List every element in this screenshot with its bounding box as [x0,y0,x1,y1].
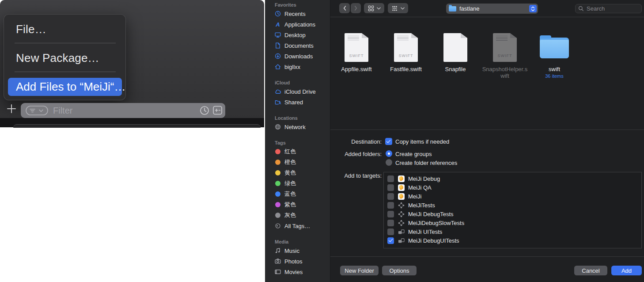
target-row[interactable]: MeiJi DebugUITests [384,236,641,245]
sidebar-item-tag-yellow[interactable]: 黄色 [265,168,330,178]
clock-icon [274,10,281,17]
sidebar-section-media: Media [265,238,330,245]
search-field[interactable] [575,4,642,13]
sidebar-item-tag-green[interactable]: 绿色 [265,178,330,189]
sidebar-item-tag-blue[interactable]: 蓝色 [265,189,330,199]
create-groups-radio[interactable] [386,150,392,157]
target-checkbox[interactable] [387,237,394,244]
tag-dot-orange-icon [274,159,281,166]
filter-icon[interactable] [26,106,48,115]
target-row[interactable]: MeiJi UITests [384,227,641,236]
swift-file-icon: SWIFT [493,33,517,62]
sidebar-item-downloads[interactable]: Downloads [265,51,330,61]
current-folder-label: fastlane [459,5,529,12]
target-name: MeiJi DebugTests [408,211,454,217]
sidebar-item-documents[interactable]: Documents [265,40,330,51]
menu-item-file[interactable]: File… [16,23,46,36]
group-view-button[interactable] [388,3,408,13]
target-checkbox[interactable] [387,220,394,226]
sidebar-item-tag-orange[interactable]: 橙色 [265,157,330,168]
finder-sidebar: Favorites Recents A Applications Desktop [265,0,330,282]
target-checkbox[interactable] [387,184,394,191]
target-checkbox[interactable] [387,175,394,182]
sidebar-item-icloud-drive[interactable]: iCloud Drive [265,86,330,97]
sidebar-item-desktop[interactable]: Desktop [265,30,330,40]
chevron-left-icon [343,5,347,11]
sidebar-item-network[interactable]: Network [265,122,330,132]
clock-icon [200,106,209,115]
app-target-icon [398,193,405,200]
chevron-down-icon [377,7,381,10]
target-checkbox[interactable] [387,229,394,235]
target-row[interactable]: MeiJi QA [384,183,641,192]
folder-swift[interactable]: swift 36 items [531,33,577,79]
options-button[interactable]: Options [382,266,417,275]
cancel-button[interactable]: Cancel [574,266,607,275]
lower-window-edge [13,124,261,128]
flags-filter-button[interactable] [213,106,222,115]
sidebar-item-tag-red[interactable]: 红色 [265,146,330,157]
file-snapshothelper: SWIFT SnapshotHelper.swift [482,33,528,79]
file-browser: SWIFT Appfile.swift SWIFT Fastfile.swift… [333,33,577,79]
add-files-dialog: fastlane SWIFT [330,0,644,282]
all-tags-icon [274,222,281,229]
tag-dot-yellow-icon [274,169,281,176]
target-name: MeiJi QA [408,184,432,191]
folder-popup-button[interactable]: fastlane [446,4,538,14]
target-row[interactable]: MeiJi DebugTests [384,210,641,218]
create-folder-references-radio[interactable] [386,159,392,166]
folder-item-count: 36 items [545,73,564,79]
sidebar-item-movies[interactable]: Movies [265,267,330,277]
home-icon [274,63,281,70]
recent-filter-button[interactable] [200,106,209,115]
create-groups-label: Create groups [395,151,432,157]
sidebar-item-label: Photos [284,258,302,265]
swift-file-icon: SWIFT [345,33,368,62]
test-target-icon [398,202,405,209]
sidebar-item-applications[interactable]: A Applications [265,19,330,30]
filter-input[interactable] [52,105,169,116]
copy-items-checkbox[interactable] [385,138,392,145]
sidebar-item-tag-purple[interactable]: 紫色 [265,199,330,210]
filter-bar[interactable] [21,103,225,118]
file-appfile[interactable]: SWIFT Appfile.swift [333,33,379,79]
destination-label: Destination: [330,138,382,145]
file-badge: SWIFT [394,53,418,58]
sidebar-item-home[interactable]: bigllxx [265,61,330,72]
sidebar-item-photos[interactable]: Photos [265,256,330,267]
new-folder-button[interactable]: New Folder [340,266,379,275]
back-button[interactable] [339,3,350,13]
sidebar-item-label: 绿色 [284,179,296,187]
target-row[interactable]: MeiJi [384,192,641,201]
search-input[interactable] [586,5,636,12]
target-checkbox[interactable] [387,211,394,217]
sidebar-item-recents[interactable]: Recents [265,8,330,19]
file-fastfile[interactable]: SWIFT Fastfile.swift [383,33,429,79]
target-checkbox[interactable] [387,193,394,200]
forward-button[interactable] [351,3,361,13]
add-button[interactable]: Add [611,266,642,275]
sidebar-item-shared[interactable]: Shared [265,97,330,107]
sidebar-item-label: 橙色 [284,158,296,166]
film-icon [274,268,281,275]
target-row[interactable]: MeiJi Debug [384,174,641,183]
icon-view-button[interactable] [364,3,384,13]
menu-item-add-files[interactable]: Add Files to “MeiJi“… [8,78,122,96]
dialog-toolbar: fastlane [330,0,644,17]
target-row[interactable]: MeiJiDebugSlowTests [384,218,641,227]
sidebar-item-all-tags[interactable]: All Tags… [265,221,330,231]
add-context-menu: File… New Package… Add Files to “MeiJi“… [4,14,126,100]
file-name: Fastfile.swift [390,66,422,72]
target-name: MeiJiTests [408,202,435,209]
copy-items-label: Copy items if needed [395,138,449,145]
plain-file-icon [443,33,467,62]
add-button[interactable] [6,103,17,114]
file-snapfile[interactable]: Snapfile [432,33,478,79]
chevron-down-icon [401,7,405,10]
target-checkbox[interactable] [387,202,394,209]
target-row[interactable]: MeiJiTests [384,201,641,210]
sidebar-item-music[interactable]: Music [265,245,330,256]
sidebar-item-tag-gray[interactable]: 灰色 [265,210,330,221]
menu-item-new-package[interactable]: New Package… [16,51,99,65]
sidebar-item-label: Network [284,124,306,130]
